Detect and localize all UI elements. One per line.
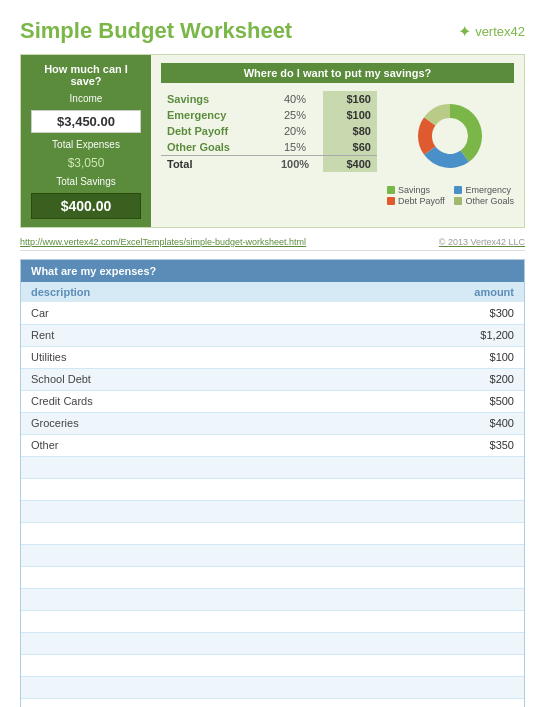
expense-amount: $1,200 (336, 324, 524, 346)
savings-row-category: Total (161, 156, 267, 173)
col-amount: amount (336, 282, 524, 302)
logo-icon: ✦ (458, 22, 471, 41)
expenses-section: What are my expenses? description amount… (20, 259, 525, 707)
expenses-header: What are my expenses? (21, 260, 524, 282)
savings-row-percent: 100% (267, 156, 324, 173)
copyright: © 2013 Vertex42 LLC (439, 237, 525, 247)
income-box: $3,450.00 (31, 110, 141, 133)
expense-description: School Debt (21, 368, 336, 390)
legend-label: Emergency (465, 185, 511, 195)
income-label: Income (31, 93, 141, 104)
legend-dot (454, 197, 462, 205)
expense-empty-row (21, 610, 524, 632)
donut-segment (450, 104, 482, 162)
legend-label: Debt Payoff (398, 196, 445, 206)
legend-item: Other Goals (454, 196, 514, 206)
expense-empty-row (21, 500, 524, 522)
right-panel-title: Where do I want to put my savings? (161, 63, 514, 83)
expense-amount: $500 (336, 390, 524, 412)
expense-empty-row (21, 478, 524, 500)
legend-item: Emergency (454, 185, 514, 195)
savings-row-amount: $80 (323, 123, 377, 139)
expenses-table: description amount Car $300 Rent $1,200 … (21, 282, 524, 707)
donut-chart (405, 91, 495, 181)
savings-row-percent: 40% (267, 91, 324, 107)
savings-label: Total Savings (31, 176, 141, 187)
logo-text: vertex42 (475, 24, 525, 39)
logo: ✦ vertex42 (458, 22, 525, 41)
savings-row-amount: $100 (323, 107, 377, 123)
expense-amount: $200 (336, 368, 524, 390)
expense-description: Other (21, 434, 336, 456)
savings-row-category: Savings (161, 91, 267, 107)
savings-row-percent: 25% (267, 107, 324, 123)
legend-dot (454, 186, 462, 194)
expense-description: Car (21, 302, 336, 324)
left-panel: How much can I save? Income $3,450.00 To… (21, 55, 151, 227)
expense-empty-row (21, 456, 524, 478)
expense-amount: $100 (336, 346, 524, 368)
expense-description: Rent (21, 324, 336, 346)
expense-row: School Debt $200 (21, 368, 524, 390)
donut-chart-area: SavingsEmergencyDebt PayoffOther Goals (387, 91, 514, 206)
page-title: Simple Budget Worksheet (20, 18, 292, 44)
expense-empty-row (21, 654, 524, 676)
legend-item: Debt Payoff (387, 196, 447, 206)
expense-empty-row (21, 632, 524, 654)
donut-legend: SavingsEmergencyDebt PayoffOther Goals (387, 185, 514, 206)
expense-row: Car $300 (21, 302, 524, 324)
expense-row: Other $350 (21, 434, 524, 456)
left-panel-title: How much can I save? (31, 63, 141, 87)
legend-label: Other Goals (465, 196, 514, 206)
expense-amount: $400 (336, 412, 524, 434)
expense-empty-row (21, 588, 524, 610)
page-header: Simple Budget Worksheet ✦ vertex42 (20, 18, 525, 44)
legend-label: Savings (398, 185, 430, 195)
legend-item: Savings (387, 185, 447, 195)
expenses-label: Total Expenses (31, 139, 141, 150)
right-panel: Where do I want to put my savings? Savin… (151, 55, 524, 227)
expenses-value: $3,050 (31, 156, 141, 170)
worksheet-link[interactable]: http://www.vertex42.com/ExcelTemplates/s… (20, 237, 306, 247)
savings-row-amount: $60 (323, 139, 377, 156)
expense-row: Credit Cards $500 (21, 390, 524, 412)
expense-description: Groceries (21, 412, 336, 434)
savings-row-percent: 20% (267, 123, 324, 139)
expense-row: Rent $1,200 (21, 324, 524, 346)
expense-description: Credit Cards (21, 390, 336, 412)
savings-table-area: Savings 40% $160 Emergency 25% $100 Debt… (161, 91, 514, 206)
expense-empty-row (21, 698, 524, 707)
expense-amount: $300 (336, 302, 524, 324)
expense-row: Utilities $100 (21, 346, 524, 368)
legend-dot (387, 197, 395, 205)
legend-dot (387, 186, 395, 194)
expense-empty-row (21, 544, 524, 566)
savings-allocation-table: Savings 40% $160 Emergency 25% $100 Debt… (161, 91, 377, 172)
expense-amount: $350 (336, 434, 524, 456)
savings-row-amount: $160 (323, 91, 377, 107)
expense-empty-row (21, 566, 524, 588)
savings-row-percent: 15% (267, 139, 324, 156)
footer-area: http://www.vertex42.com/ExcelTemplates/s… (20, 234, 525, 251)
expense-description: Utilities (21, 346, 336, 368)
top-section: How much can I save? Income $3,450.00 To… (20, 54, 525, 228)
savings-row-category: Emergency (161, 107, 267, 123)
savings-row-category: Other Goals (161, 139, 267, 156)
expenses-table-header: description amount (21, 282, 524, 302)
savings-row-category: Debt Payoff (161, 123, 267, 139)
income-value: $3,450.00 (57, 114, 115, 129)
expense-empty-row (21, 676, 524, 698)
col-description: description (21, 282, 336, 302)
expense-row: Groceries $400 (21, 412, 524, 434)
savings-row-amount: $400 (323, 156, 377, 173)
savings-value: $400.00 (31, 193, 141, 219)
expense-empty-row (21, 522, 524, 544)
